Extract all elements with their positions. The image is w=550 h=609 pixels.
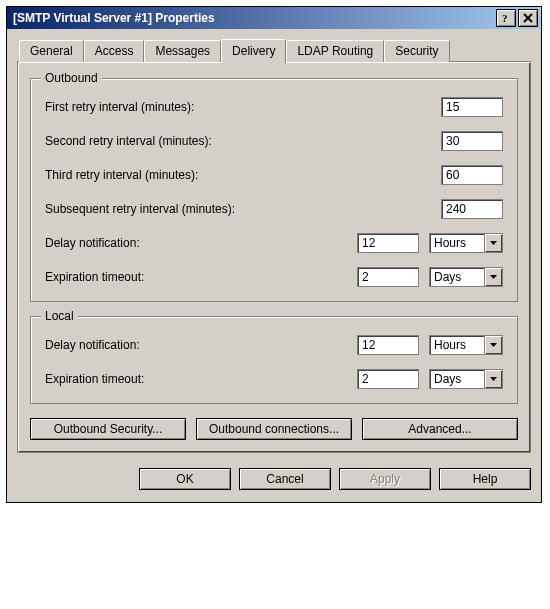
svg-marker-4 bbox=[490, 275, 497, 279]
tab-bar: General Access Messages Delivery LDAP Ro… bbox=[19, 39, 531, 62]
outbound-delay-input[interactable] bbox=[357, 233, 419, 253]
svg-marker-3 bbox=[490, 241, 497, 245]
tab-ldap-routing[interactable]: LDAP Routing bbox=[286, 40, 384, 62]
help-icon[interactable]: ? bbox=[496, 9, 516, 27]
subsequent-retry-input[interactable] bbox=[441, 199, 503, 219]
outbound-delay-unit-select[interactable]: Hours bbox=[429, 233, 503, 253]
outbound-security-button[interactable]: Outbound Security... bbox=[30, 418, 186, 440]
outbound-delay-label: Delay notification: bbox=[45, 236, 357, 250]
first-retry-input[interactable] bbox=[441, 97, 503, 117]
close-icon[interactable] bbox=[518, 9, 538, 27]
properties-dialog: [SMTP Virtual Server #1] Properties ? Ge… bbox=[6, 6, 542, 503]
outbound-legend: Outbound bbox=[41, 71, 102, 85]
delivery-panel: Outbound First retry interval (minutes):… bbox=[17, 61, 531, 453]
second-retry-label: Second retry interval (minutes): bbox=[45, 134, 441, 148]
help-button[interactable]: Help bbox=[439, 468, 531, 490]
apply-button[interactable]: Apply bbox=[339, 468, 431, 490]
ok-button[interactable]: OK bbox=[139, 468, 231, 490]
local-legend: Local bbox=[41, 309, 78, 323]
local-expire-unit-select[interactable]: Days bbox=[429, 369, 503, 389]
svg-text:?: ? bbox=[502, 13, 508, 23]
local-delay-unit-select[interactable]: Hours bbox=[429, 335, 503, 355]
local-delay-label: Delay notification: bbox=[45, 338, 357, 352]
tab-delivery[interactable]: Delivery bbox=[221, 39, 286, 63]
outbound-expire-unit-text: Days bbox=[430, 270, 461, 284]
outbound-group: Outbound First retry interval (minutes):… bbox=[30, 78, 518, 302]
svg-marker-6 bbox=[490, 377, 497, 381]
local-delay-unit-text: Hours bbox=[430, 338, 466, 352]
advanced-button[interactable]: Advanced... bbox=[362, 418, 518, 440]
local-expire-input[interactable] bbox=[357, 369, 419, 389]
local-expire-label: Expiration timeout: bbox=[45, 372, 357, 386]
local-expire-unit-text: Days bbox=[430, 372, 461, 386]
subsequent-retry-label: Subsequent retry interval (minutes): bbox=[45, 202, 441, 216]
chevron-down-icon bbox=[484, 336, 502, 354]
chevron-down-icon bbox=[484, 234, 502, 252]
third-retry-input[interactable] bbox=[441, 165, 503, 185]
third-retry-label: Third retry interval (minutes): bbox=[45, 168, 441, 182]
cancel-button[interactable]: Cancel bbox=[239, 468, 331, 490]
tab-messages[interactable]: Messages bbox=[144, 40, 221, 62]
tab-access[interactable]: Access bbox=[84, 40, 145, 62]
tab-security[interactable]: Security bbox=[384, 40, 449, 62]
chevron-down-icon bbox=[484, 370, 502, 388]
local-group: Local Delay notification: Hours Expirati… bbox=[30, 316, 518, 404]
second-retry-input[interactable] bbox=[441, 131, 503, 151]
tab-general[interactable]: General bbox=[19, 40, 84, 62]
title-bar[interactable]: [SMTP Virtual Server #1] Properties ? bbox=[7, 7, 541, 29]
local-delay-input[interactable] bbox=[357, 335, 419, 355]
outbound-delay-unit-text: Hours bbox=[430, 236, 466, 250]
outbound-expire-label: Expiration timeout: bbox=[45, 270, 357, 284]
outbound-expire-input[interactable] bbox=[357, 267, 419, 287]
window-title: [SMTP Virtual Server #1] Properties bbox=[13, 11, 215, 25]
chevron-down-icon bbox=[484, 268, 502, 286]
outbound-expire-unit-select[interactable]: Days bbox=[429, 267, 503, 287]
first-retry-label: First retry interval (minutes): bbox=[45, 100, 441, 114]
svg-marker-5 bbox=[490, 343, 497, 347]
outbound-connections-button[interactable]: Outbound connections... bbox=[196, 418, 352, 440]
